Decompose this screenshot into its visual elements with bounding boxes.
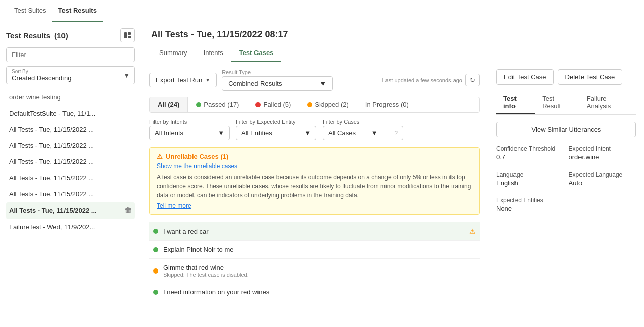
sidebar-item-3[interactable]: All Tests - Tue, 11/15/2022 ...: [6, 138, 135, 154]
delete-icon[interactable]: 🗑: [124, 206, 132, 214]
test-case-row-1[interactable]: Explain Pinot Noir to me: [149, 241, 480, 259]
filter-tab-inprogress[interactable]: In Progress (0): [357, 97, 417, 112]
export-arrow-icon: ▼: [205, 77, 210, 83]
tell-more-link[interactable]: Tell me more: [157, 202, 191, 209]
sort-value: Created Descending: [12, 74, 129, 82]
test-info-grid: Confidence Threshold 0.7 Expected Intent…: [496, 145, 636, 217]
sidebar-item-0[interactable]: order wine testing: [6, 89, 135, 105]
tab-summary[interactable]: Summary: [151, 45, 196, 62]
sidebar-item-2[interactable]: All Tests - Tue, 11/15/2022 ...: [6, 122, 135, 138]
sidebar-item-4[interactable]: All Tests - Tue, 11/15/2022 ...: [6, 154, 135, 170]
filter-tab-passed[interactable]: Passed (17): [188, 97, 247, 112]
test-case-text-3: I need information on your red wines: [163, 288, 476, 296]
sidebar-list: order wine testing DefaultTestSuite - Tu…: [6, 89, 135, 321]
expected-language-label: Expected Language: [569, 171, 636, 178]
expected-intent-value: order.wine: [569, 153, 636, 161]
export-btn[interactable]: Export Test Run ▼: [149, 73, 217, 87]
test-case-row-3[interactable]: I need information on your red wines: [149, 283, 480, 301]
result-type-wrap: Result Type Combined Results ▼: [222, 69, 333, 91]
svg-rect-2: [128, 36, 131, 38]
edit-test-case-button[interactable]: Edit Test Case: [496, 69, 554, 85]
filter-entity-select[interactable]: All Entities ▼: [236, 126, 316, 140]
filter-tab-failed[interactable]: Failed (5): [247, 97, 299, 112]
main-layout: Test Results (10) Sort By Created Descen…: [0, 22, 644, 327]
filter-intents-select[interactable]: All Intents ▼: [149, 126, 230, 140]
status-dot-2: [153, 268, 158, 274]
nav-test-suites[interactable]: Test Suites: [8, 0, 52, 22]
test-case-text-2: Gimme that red wine: [163, 264, 249, 271]
right-tab-test-result[interactable]: Test Result: [535, 92, 579, 114]
language-label: Language: [496, 171, 564, 178]
sidebar-title: Test Results (10): [6, 28, 135, 42]
dropdowns-row: Filter by Intents All Intents ▼ Filter b…: [149, 119, 480, 140]
view-similar-utterances-button[interactable]: View Similar Utterances: [496, 122, 636, 137]
expected-language-row: Expected Language Auto: [569, 171, 636, 187]
test-case-row-2[interactable]: Gimme that red wine Skipped: The test ca…: [149, 259, 480, 283]
result-type-select[interactable]: Combined Results ▼: [222, 76, 333, 91]
warning-triangle-icon: ⚠: [157, 153, 163, 160]
unreliable-desc: A test case is considered an unreliable …: [157, 173, 472, 200]
expected-entities-value: None: [496, 205, 564, 212]
sidebar-item-5[interactable]: All Tests - Tue, 11/15/2022 ...: [6, 170, 135, 186]
filter-cases-wrap: Filter by Cases All Cases ▼ ?: [323, 119, 403, 140]
filter-entity-wrap: Filter by Expected Entity All Entities ▼: [236, 119, 316, 140]
filter-tab-all[interactable]: All (24): [150, 97, 188, 112]
test-cases-list: I want a red car ⚠ Explain Pinot Noir to…: [149, 222, 480, 301]
result-type-label: Result Type: [222, 69, 333, 75]
filter-cases-label: Filter by Cases: [323, 119, 403, 125]
main-panel: Export Test Run ▼ Result Type Combined R…: [141, 62, 644, 327]
expected-intent-label: Expected Intent: [569, 145, 636, 152]
filter-tabs: All (24) Passed (17) Failed (5) Skipped …: [149, 97, 480, 113]
svg-rect-0: [124, 32, 127, 38]
cases-help-icon: ?: [394, 130, 398, 137]
filter-cases-select[interactable]: All Cases ▼ ?: [323, 126, 403, 140]
tab-intents[interactable]: Intents: [196, 45, 231, 62]
top-nav: Test Suites Test Results: [0, 0, 644, 22]
language-row: Language English: [496, 171, 564, 187]
intents-arrow-icon: ▼: [218, 129, 224, 137]
failed-dot: [255, 102, 261, 107]
content-header: All Tests - Tue, 11/15/2022 08:17 Summar…: [141, 22, 644, 62]
sort-arrow-icon: ▼: [123, 72, 130, 79]
entity-arrow-icon: ▼: [304, 129, 311, 137]
content-area: All Tests - Tue, 11/15/2022 08:17 Summar…: [141, 22, 644, 327]
status-dot-3: [153, 290, 158, 295]
sort-box[interactable]: Sort By Created Descending ▼: [6, 66, 135, 84]
unreliable-link[interactable]: Show me the unreliable cases: [157, 162, 472, 170]
nav-test-results[interactable]: Test Results: [52, 0, 103, 22]
refresh-button[interactable]: ↻: [465, 74, 480, 86]
filter-tab-skipped[interactable]: Skipped (2): [299, 97, 357, 112]
passed-dot: [196, 102, 201, 107]
sidebar-layout-icon[interactable]: [120, 28, 135, 42]
right-panel-buttons: Edit Test Case Delete Test Case: [496, 69, 636, 85]
expected-intent-row: Expected Intent order.wine: [569, 145, 636, 161]
result-type-value: Combined Results: [228, 80, 282, 87]
test-case-sub-2: Skipped: The test case is disabled.: [163, 271, 249, 278]
right-tab-failure-analysis[interactable]: Failure Analysis: [579, 92, 636, 114]
right-panel: Edit Test Case Delete Test Case Test inf…: [488, 62, 644, 327]
status-dot-0: [153, 229, 158, 234]
sidebar-item-8[interactable]: FailureTest - Wed, 11/9/202...: [6, 219, 135, 235]
content-tabs: Summary Intents Test Cases: [151, 45, 634, 62]
right-tab-test-info[interactable]: Test info: [496, 92, 535, 114]
confidence-threshold-label: Confidence Threshold: [496, 145, 564, 152]
unreliable-title: ⚠ Unreliable Cases (1): [157, 153, 472, 160]
tab-test-cases[interactable]: Test Cases: [231, 45, 282, 62]
filter-entity-label: Filter by Expected Entity: [236, 119, 316, 125]
svg-rect-1: [128, 32, 131, 35]
confidence-threshold-row: Confidence Threshold 0.7: [496, 145, 564, 161]
sidebar-item-6[interactable]: All Tests - Tue, 11/15/2022 ...: [6, 186, 135, 202]
warning-icon-0: ⚠: [469, 227, 476, 235]
test-case-text-1: Explain Pinot Noir to me: [163, 246, 476, 253]
filter-intents-wrap: Filter by Intents All Intents ▼: [149, 119, 230, 140]
center-panel: Export Test Run ▼ Result Type Combined R…: [141, 62, 488, 327]
sidebar-item-1[interactable]: DefaultTestSuite - Tue, 11/1...: [6, 105, 135, 122]
updated-text: Last updated a few seconds ago ↻: [382, 74, 480, 86]
filter-input[interactable]: [6, 47, 135, 62]
language-value: English: [496, 179, 564, 187]
test-case-row-0[interactable]: I want a red car ⚠: [149, 222, 480, 241]
right-tabs: Test info Test Result Failure Analysis: [496, 92, 636, 115]
sidebar-item-7[interactable]: All Tests - Tue, 11/15/2022 ... 🗑: [6, 202, 135, 219]
delete-test-case-button[interactable]: Delete Test Case: [558, 69, 623, 85]
expected-language-value: Auto: [569, 179, 636, 187]
